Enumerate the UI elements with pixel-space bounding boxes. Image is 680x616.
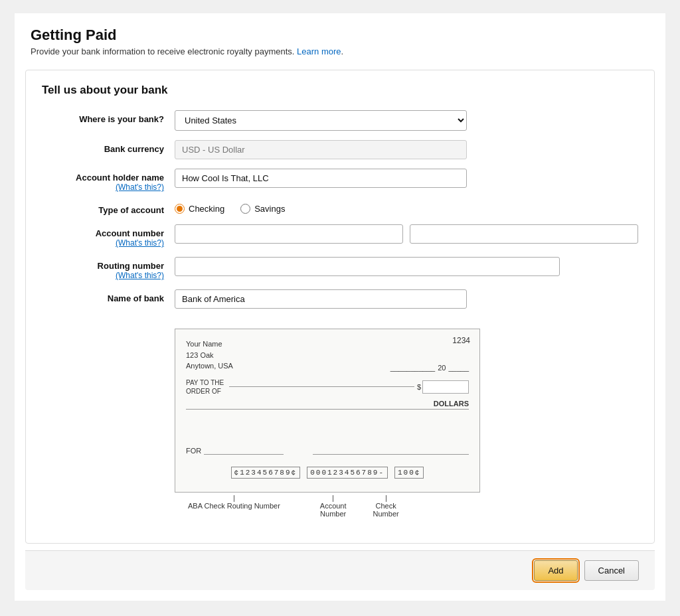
routing-number-whats-this[interactable]: (What's this?) <box>42 271 164 280</box>
account-holder-label: Account holder name (What's this?) <box>42 169 175 192</box>
account-number-control <box>175 224 638 244</box>
footer-bar: Add Cancel <box>25 550 655 590</box>
account-holder-control <box>175 169 638 188</box>
account-type-row: Type of account Checking Savings <box>42 201 638 215</box>
account-number-input-1[interactable] <box>175 224 403 244</box>
card-title: Tell us about your bank <box>42 84 638 97</box>
check-number: 1234 <box>452 336 470 345</box>
check-dollar-input <box>422 380 469 394</box>
micr-check: 100¢ <box>394 467 424 479</box>
account-number-label: Account number (What's this?) <box>42 224 175 248</box>
add-button[interactable]: Add <box>534 560 577 581</box>
check-box: 1234 Your Name 123 Oak Anytown, USA ____… <box>175 329 480 493</box>
check-spacer <box>186 414 469 433</box>
legend-account: Account Number <box>320 495 347 518</box>
check-sig-line <box>313 454 469 455</box>
bank-currency-control <box>175 140 638 159</box>
bank-name-row: Name of bank <box>42 289 638 309</box>
page-container: Getting Paid Provide your bank informati… <box>15 13 665 601</box>
bank-currency-label: Bank currency <box>42 140 175 154</box>
bank-location-row: Where is your bank? United States <box>42 110 638 131</box>
checking-radio-label[interactable]: Checking <box>175 204 224 214</box>
check-diagram-area: 1234 Your Name 123 Oak Anytown, USA ____… <box>175 318 638 518</box>
check-dollars-line: DOLLARS <box>186 400 469 410</box>
check-for-row: FOR <box>186 447 469 455</box>
savings-radio[interactable] <box>240 204 250 214</box>
check-for-line <box>204 454 284 455</box>
micr-routing: ¢123456789¢ <box>231 467 301 479</box>
account-number-whats-this[interactable]: (What's this?) <box>42 238 164 248</box>
account-number-inputs <box>175 224 638 244</box>
micr-section: ¢123456789¢ 000123456789- 100¢ <box>186 467 469 479</box>
micr-account: 000123456789- <box>307 467 388 479</box>
legend-routing: ABA Check Routing Number <box>188 495 280 518</box>
account-type-control: Checking Savings <box>175 201 638 214</box>
checking-radio[interactable] <box>175 204 185 214</box>
routing-number-label: Routing number (What's this?) <box>42 257 175 280</box>
bank-info-card: Tell us about your bank Where is your ba… <box>25 70 655 544</box>
check-micr-row: ¢123456789¢ 000123456789- 100¢ <box>186 467 469 479</box>
check-payto-label: PAY TO THEORDER OF <box>186 378 224 396</box>
check-payto-row: PAY TO THEORDER OF $ <box>186 378 469 396</box>
learn-more-link[interactable]: Learn more <box>297 46 341 56</box>
legend-check: Check Number <box>373 495 399 518</box>
bank-currency-input <box>175 140 467 159</box>
routing-number-control <box>175 257 638 276</box>
account-type-label: Type of account <box>42 201 175 215</box>
page-title: Getting Paid <box>31 27 649 44</box>
bank-currency-row: Bank currency <box>42 140 638 159</box>
account-number-row: Account number (What's this?) <box>42 224 638 248</box>
check-diagram: 1234 Your Name 123 Oak Anytown, USA ____… <box>175 329 638 518</box>
routing-number-input[interactable] <box>175 257 560 276</box>
check-diagram-row: 1234 Your Name 123 Oak Anytown, USA ____… <box>42 318 638 518</box>
account-type-radio-group: Checking Savings <box>175 201 638 214</box>
bank-name-input[interactable] <box>175 289 467 309</box>
bank-name-label: Name of bank <box>42 289 175 303</box>
account-number-input-2[interactable] <box>410 224 638 244</box>
bank-name-control <box>175 289 638 309</box>
account-holder-row: Account holder name (What's this?) <box>42 169 638 192</box>
bank-location-label: Where is your bank? <box>42 110 175 124</box>
account-holder-input[interactable] <box>175 169 467 188</box>
bank-location-select[interactable]: United States <box>175 110 467 131</box>
cancel-button[interactable]: Cancel <box>584 560 639 581</box>
account-holder-whats-this[interactable]: (What's this?) <box>42 183 164 192</box>
routing-number-row: Routing number (What's this?) <box>42 257 638 280</box>
page-header: Getting Paid Provide your bank informati… <box>15 13 665 63</box>
check-payto-line <box>229 386 414 387</box>
check-dollar-box: $ <box>417 380 469 394</box>
savings-radio-label[interactable]: Savings <box>240 204 285 214</box>
page-subtitle: Provide your bank information to receive… <box>31 46 649 56</box>
check-legend: ABA Check Routing Number Account Number … <box>175 495 480 518</box>
bank-location-control: United States <box>175 110 638 131</box>
